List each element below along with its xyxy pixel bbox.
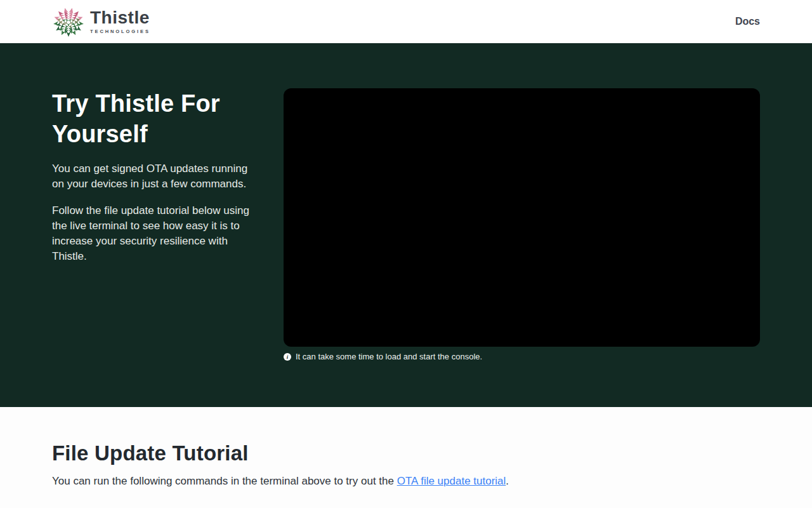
hero-section: Try Thistle For Yourself You can get sig… [0, 43, 812, 407]
tutorial-section: File Update Tutorial You can run the fol… [0, 407, 812, 508]
info-icon: i [284, 353, 291, 361]
hero-paragraph-2: Follow the file update tutorial below us… [52, 203, 255, 264]
ota-tutorial-link[interactable]: OTA file update tutorial [397, 475, 506, 487]
tutorial-intro-suffix: . [506, 475, 509, 487]
live-terminal[interactable] [284, 88, 760, 347]
hero-title: Try Thistle For Yourself [52, 88, 255, 149]
console-note-text: It can take some time to load and start … [296, 352, 482, 362]
nav-docs-link[interactable]: Docs [735, 16, 760, 27]
tutorial-title: File Update Tutorial [52, 441, 760, 465]
brand-wordmark: Thistle TECHNOLOGIES [90, 9, 150, 34]
console-note: i It can take some time to load and star… [284, 352, 760, 362]
tutorial-intro-prefix: You can run the following commands in th… [52, 475, 397, 487]
hero-copy: Try Thistle For Yourself You can get sig… [52, 88, 255, 362]
tutorial-intro: You can run the following commands in th… [52, 474, 760, 489]
console-panel: i It can take some time to load and star… [284, 88, 760, 362]
thistle-logo-icon [52, 4, 85, 39]
header-nav: Docs [735, 16, 760, 27]
brand-name: Thistle [90, 9, 150, 27]
page: Thistle TECHNOLOGIES Docs Try Thistle Fo… [0, 0, 812, 508]
brand-logo[interactable]: Thistle TECHNOLOGIES [52, 4, 150, 39]
hero-paragraph-1: You can get signed OTA updates running o… [52, 161, 255, 192]
brand-tagline: TECHNOLOGIES [90, 29, 150, 34]
header: Thistle TECHNOLOGIES Docs [0, 0, 812, 43]
